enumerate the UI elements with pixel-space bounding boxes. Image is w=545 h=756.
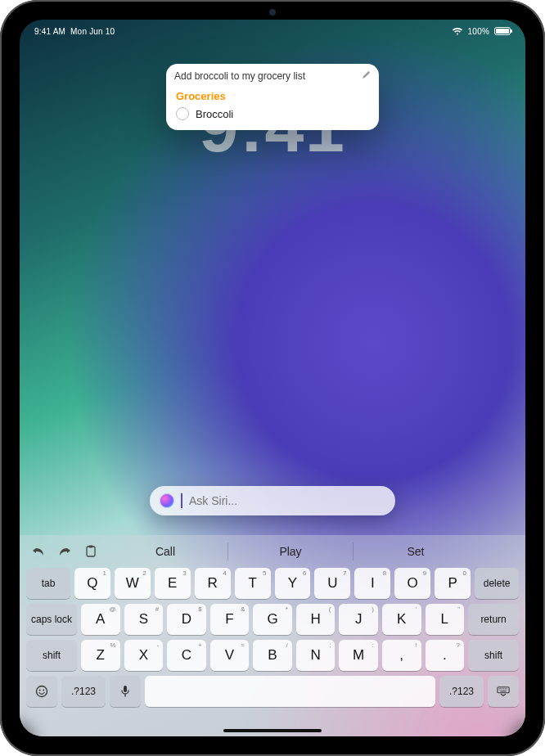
wifi-icon <box>452 27 463 35</box>
key-j[interactable]: )J <box>339 604 378 635</box>
keyboard-row-4: .?123 .?123 <box>26 676 519 707</box>
key-o[interactable]: 9O <box>394 568 430 599</box>
status-right: 100% <box>452 27 511 36</box>
key-m[interactable]: :M <box>339 640 378 671</box>
key-h[interactable]: (H <box>296 604 336 635</box>
svg-rect-1 <box>89 546 93 548</box>
keyboard-row-3: shift %Z -X +C =V /B ;N :M !, ?. shift <box>26 640 519 671</box>
dismiss-keyboard-key[interactable] <box>488 676 519 707</box>
keyboard-row-2: caps lock @A #S $D &F *G (H )J 'K "L ret… <box>26 604 519 635</box>
return-key[interactable]: return <box>468 604 519 635</box>
edit-request-icon[interactable] <box>362 70 371 82</box>
key-u[interactable]: 7U <box>314 568 350 599</box>
suggestion-3[interactable]: Set <box>353 542 478 560</box>
status-bar: 9:41 AM Mon Jun 10 100% <box>20 25 525 38</box>
dictation-key[interactable] <box>110 676 141 707</box>
suggestion-2[interactable]: Play <box>227 542 353 560</box>
undo-icon[interactable] <box>31 544 46 559</box>
reminder-item-row[interactable]: Broccoli <box>176 107 369 120</box>
key-q[interactable]: 1Q <box>74 568 110 599</box>
status-time: 9:41 AM <box>34 27 65 36</box>
key-a[interactable]: @A <box>81 604 120 635</box>
battery-percent: 100% <box>468 27 489 36</box>
key-period[interactable]: ?. <box>426 640 465 671</box>
key-d[interactable]: $D <box>167 604 206 635</box>
key-f[interactable]: &F <box>210 604 250 635</box>
numpad-key-left[interactable]: .?123 <box>61 676 106 707</box>
svg-rect-5 <box>124 686 127 692</box>
key-y[interactable]: 6Y <box>275 568 311 599</box>
key-z[interactable]: %Z <box>81 640 120 671</box>
front-camera <box>269 9 276 16</box>
emoji-key[interactable] <box>26 676 57 707</box>
siri-icon <box>160 493 174 508</box>
shift-key-right[interactable]: shift <box>468 640 519 671</box>
space-key[interactable] <box>145 676 435 707</box>
home-indicator[interactable] <box>223 729 322 732</box>
redo-icon[interactable] <box>57 544 72 559</box>
keyboard-row-1: tab 1Q 2W 3E 4R 5T 6Y 7U 8I 9O 0P delete <box>26 568 519 599</box>
svg-point-4 <box>43 690 44 691</box>
svg-rect-0 <box>87 547 95 556</box>
status-left: 9:41 AM Mon Jun 10 <box>34 27 115 36</box>
siri-request-text: Add broccoli to my grocery list <box>174 70 305 82</box>
text-caret <box>181 493 182 508</box>
key-k[interactable]: 'K <box>382 604 421 635</box>
shift-key-left[interactable]: shift <box>26 640 77 671</box>
key-w[interactable]: 2W <box>115 568 151 599</box>
tab-key[interactable]: tab <box>26 568 70 599</box>
reminder-item-label: Broccoli <box>196 108 233 120</box>
siri-result-card[interactable]: Add broccoli to my grocery list Grocerie… <box>166 64 379 130</box>
battery-icon <box>494 27 511 35</box>
key-c[interactable]: +C <box>167 640 206 671</box>
screen: 9:41 AM Mon Jun 10 100% 9:41 Add broccol… <box>20 20 525 736</box>
key-x[interactable]: -X <box>124 640 164 671</box>
suggestion-1[interactable]: Call <box>103 542 227 560</box>
keyboard-suggestions: Call Play Set <box>103 542 478 560</box>
key-e[interactable]: 3E <box>155 568 191 599</box>
card-body: Groceries Broccoli <box>166 90 379 130</box>
key-comma[interactable]: !, <box>382 640 421 671</box>
numpad-key-right[interactable]: .?123 <box>439 676 484 707</box>
siri-input-field[interactable] <box>189 494 385 507</box>
svg-point-3 <box>39 690 41 691</box>
key-r[interactable]: 4R <box>195 568 231 599</box>
capslock-key[interactable]: caps lock <box>26 604 77 635</box>
key-i[interactable]: 8I <box>354 568 390 599</box>
key-p[interactable]: 0P <box>435 568 471 599</box>
onscreen-keyboard: Call Play Set tab 1Q 2W 3E 4R 5T 6Y 7U 8… <box>20 535 525 736</box>
ipad-device-frame: 9:41 AM Mon Jun 10 100% 9:41 Add broccol… <box>0 0 545 756</box>
key-b[interactable]: /B <box>253 640 292 671</box>
siri-text-input[interactable] <box>150 486 395 515</box>
svg-point-2 <box>37 686 47 697</box>
keyboard-toolbar: Call Play Set <box>26 540 519 563</box>
delete-key[interactable]: delete <box>475 568 519 599</box>
key-g[interactable]: *G <box>253 604 292 635</box>
reminders-list-title: Groceries <box>176 90 369 102</box>
status-date: Mon Jun 10 <box>70 27 115 36</box>
clipboard-icon[interactable] <box>83 544 98 559</box>
key-v[interactable]: =V <box>210 640 250 671</box>
key-t[interactable]: 5T <box>235 568 271 599</box>
key-s[interactable]: #S <box>124 604 164 635</box>
card-header: Add broccoli to my grocery list <box>166 64 379 90</box>
reminder-checkbox[interactable] <box>176 107 189 120</box>
key-n[interactable]: ;N <box>296 640 336 671</box>
key-l[interactable]: "L <box>426 604 465 635</box>
